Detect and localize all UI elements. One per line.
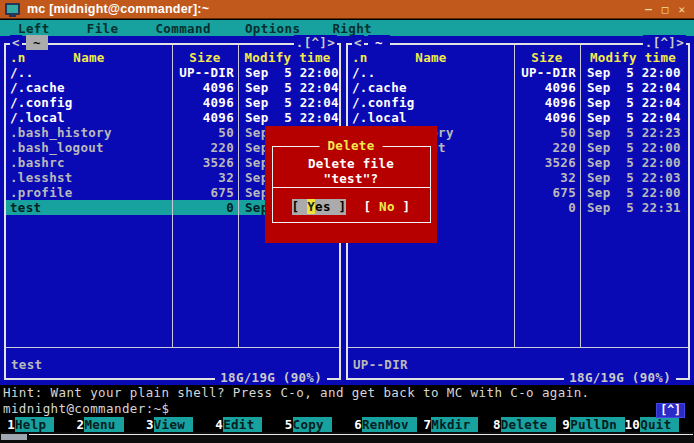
file-size: 32: [514, 170, 580, 185]
panel-path-left[interactable]: ~: [26, 35, 48, 50]
column-header-size[interactable]: Size: [172, 50, 238, 65]
file-name: /..: [348, 65, 514, 80]
panel-scroll-up-icon-right[interactable]: .[^]>: [643, 35, 686, 50]
function-key-label: Help: [15, 417, 54, 432]
column-header-size[interactable]: Size: [514, 50, 580, 65]
menu-item[interactable]: Right: [332, 21, 372, 36]
file-name: .bashrc: [6, 155, 172, 170]
function-key-label: Menu: [84, 417, 123, 432]
panel-scroll-up-icon-left[interactable]: .[^]>: [294, 35, 337, 50]
maximize-icon[interactable]: □: [662, 4, 669, 15]
file-size: 4096: [172, 80, 238, 95]
no-label: No: [379, 199, 395, 214]
file-mtime: Sep 5 22:04: [580, 110, 688, 125]
panel-scroll-left-icon[interactable]: <: [10, 35, 22, 50]
function-key-label: Edit: [223, 417, 262, 432]
column-header-mtime[interactable]: Modify time: [238, 50, 337, 65]
file-row[interactable]: /.. UP--DIR Sep 5 22:00: [348, 65, 688, 80]
file-size: UP--DIR: [172, 65, 238, 80]
file-name: /..: [6, 65, 172, 80]
column-divider: [172, 45, 173, 347]
scrollbar-thumb[interactable]: [1, 434, 27, 440]
function-key-number: 7: [416, 417, 431, 432]
minimize-icon[interactable]: –: [645, 4, 652, 15]
menu-bar: LeftFileCommandOptionsRight: [0, 20, 694, 36]
function-key-button[interactable]: 10 Quit: [625, 417, 694, 432]
function-key-button[interactable]: 9 PullDn: [555, 417, 624, 432]
delete-dialog: Delete Delete file "test"? [ Yes ] [ No …: [265, 126, 437, 243]
scroll-up-indicator[interactable]: [^]: [656, 403, 685, 418]
dialog-message-line2: "test"?: [265, 171, 437, 186]
function-key-button[interactable]: 1 Help: [0, 417, 69, 432]
menu-item[interactable]: Options: [245, 21, 300, 36]
yes-bracket-open: [: [292, 199, 308, 214]
function-key-number: 8: [486, 417, 501, 432]
file-size: 32: [172, 170, 238, 185]
file-size: 3526: [172, 155, 238, 170]
file-name: /.config: [348, 95, 514, 110]
shell-prompt[interactable]: midnight@commander:~$: [0, 400, 694, 417]
no-bracket-open: [: [363, 199, 379, 214]
function-key-label: Copy: [293, 417, 332, 432]
function-key-bar: 1 Help 2 Menu 3 View 4 Edit 5 Copy 6 Ren…: [0, 417, 694, 432]
file-mtime: Sep 5 22:00: [580, 155, 688, 170]
menu-item[interactable]: Command: [155, 21, 210, 36]
function-key-button[interactable]: 6 RenMov: [347, 417, 416, 432]
panel-path-right[interactable]: ~: [368, 35, 390, 50]
file-size: 4096: [514, 80, 580, 95]
file-row[interactable]: /.config 4096 Sep 5 22:04: [348, 95, 688, 110]
panel-scroll-left-icon[interactable]: <: [352, 35, 364, 50]
column-headers-right: .n Name Size Modify time: [348, 50, 688, 65]
function-key-number: 6: [347, 417, 362, 432]
window-controls: – □ ✕: [645, 4, 685, 15]
function-key-button[interactable]: 7 Mkdir: [416, 417, 485, 432]
dialog-title: Delete: [320, 139, 383, 153]
function-key-button[interactable]: 2 Menu: [69, 417, 138, 432]
bottom-border-line: [29, 434, 693, 435]
function-key-button[interactable]: 4 Edit: [208, 417, 277, 432]
file-mtime: Sep 5 22:00: [580, 140, 688, 155]
mini-status-left: test: [11, 357, 42, 372]
function-key-label: PullDn: [570, 417, 625, 432]
file-name: .lesshst: [6, 170, 172, 185]
hint-line: Hint: Want your plain shell? Press C-o, …: [0, 385, 694, 400]
file-name: .profile: [6, 185, 172, 200]
column-header-mtime[interactable]: Modify time: [580, 50, 686, 65]
file-row[interactable]: /.local 4096 Sep 5 22:04: [348, 110, 688, 125]
no-button[interactable]: [ No ]: [363, 199, 410, 215]
column-header-name[interactable]: Name: [348, 50, 514, 65]
disk-usage-left: 18G/19G (90%): [215, 371, 327, 385]
file-size: 0: [514, 200, 580, 215]
file-row[interactable]: /.cache 4096 Sep 5 22:04: [348, 80, 688, 95]
window-bottom-strip: [0, 432, 694, 443]
file-size: 50: [172, 125, 238, 140]
function-key-number: 3: [139, 417, 154, 432]
function-key-button[interactable]: 5 Copy: [278, 417, 347, 432]
close-icon[interactable]: ✕: [678, 4, 685, 15]
mini-status-right: UP--DIR: [353, 357, 408, 372]
file-mtime: Sep 5 22:04: [238, 80, 339, 95]
file-size: 3526: [514, 155, 580, 170]
function-key-label: View: [154, 417, 193, 432]
file-size: 0: [172, 200, 238, 215]
file-name: .bash_logout: [6, 140, 172, 155]
menu-item[interactable]: Left: [18, 21, 50, 36]
file-size: 675: [514, 185, 580, 200]
file-size: UP--DIR: [514, 65, 580, 80]
window-titlebar: mc [midnight@commander]:~ – □ ✕: [0, 0, 694, 19]
file-mtime: Sep 5 22:03: [580, 170, 688, 185]
yes-button[interactable]: [ Yes ]: [292, 199, 347, 215]
function-key-button[interactable]: 3 View: [139, 417, 208, 432]
file-name: test: [6, 200, 172, 215]
function-key-label: Quit: [640, 417, 679, 432]
file-mtime: Sep 5 22:00: [580, 65, 688, 80]
menu-item[interactable]: File: [87, 21, 119, 36]
file-name: /.config: [6, 95, 172, 110]
disk-usage-right: 18G/19G (90%): [564, 371, 676, 385]
column-header-name[interactable]: Name: [6, 50, 172, 65]
yes-bracket-close: ]: [331, 199, 347, 214]
file-size: 4096: [514, 95, 580, 110]
file-size: 4096: [514, 110, 580, 125]
file-name: .bash_history: [6, 125, 172, 140]
function-key-button[interactable]: 8 Delete: [486, 417, 555, 432]
